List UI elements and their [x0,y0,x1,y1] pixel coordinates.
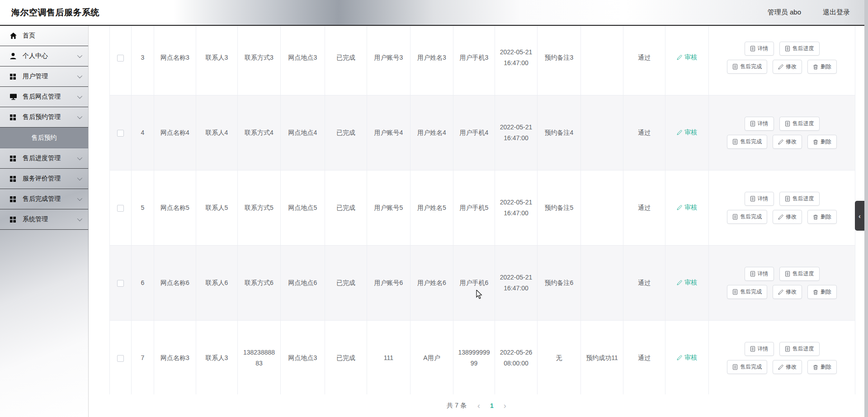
detail-button[interactable]: 详情 [745,267,774,281]
document-icon [750,121,755,127]
row-checkbox[interactable] [117,280,124,287]
edit-button[interactable]: 修改 [773,135,802,149]
cell-user-name: 用户姓名3 [410,26,453,95]
delete-icon [813,289,818,295]
button-label: 售后进度 [793,120,814,128]
sidebar-item-label: 个人中心 [23,52,48,60]
cell-audit-status: 通过 [623,95,665,171]
delete-button[interactable]: 删除 [807,60,837,74]
next-page-icon[interactable]: › [500,402,510,410]
document-icon [785,346,790,352]
complete-button[interactable]: 售后完成 [727,285,767,299]
cell-account: 用户账号4 [367,95,410,171]
button-label: 售后完成 [740,138,762,146]
cell-actions: 详情售后进度售后完成修改删除 [709,95,855,171]
detail-button[interactable]: 详情 [745,342,774,356]
progress-button[interactable]: 售后进度 [779,192,820,206]
row-checkbox[interactable] [117,355,124,362]
cell-checkbox [110,95,132,171]
sidebar-item[interactable]: 个人中心 [0,46,88,66]
audit-link-label: 审核 [684,202,697,213]
button-label: 删除 [821,288,831,296]
button-label: 删除 [821,363,831,371]
cell-account: 111 [367,321,410,395]
cell-audit: 审核 [665,26,709,95]
cell-time: 2022-05-21 16:47:00 [495,171,538,246]
audit-link[interactable]: 审核 [677,127,697,137]
edit-button[interactable]: 修改 [773,60,802,74]
complete-button[interactable]: 售后完成 [727,60,767,74]
current-user-label: 管理员 abo [768,8,801,17]
progress-button[interactable]: 售后进度 [779,117,820,131]
sidebar-item[interactable]: 售后预约管理 [0,107,88,128]
grid-icon [10,196,17,202]
delete-button[interactable]: 删除 [807,210,837,224]
button-label: 售后进度 [793,195,814,203]
complete-button[interactable]: 售后完成 [727,210,767,224]
sidebar-item[interactable]: 首页 [0,26,88,46]
cell-user-name: A用户 [410,321,453,395]
detail-button[interactable]: 详情 [745,42,774,56]
sidebar-item[interactable]: 售后网点管理 [0,87,88,107]
cell-remark: 预约备注3 [538,26,581,95]
progress-button[interactable]: 售后进度 [779,42,820,56]
cell-status: 已完成 [325,246,367,321]
delete-button[interactable]: 删除 [807,135,837,149]
panel-collapse-button[interactable]: ‹ [855,201,864,231]
audit-link[interactable]: 审核 [677,52,697,62]
sidebar-item[interactable]: 用户管理 [0,66,88,87]
button-label: 详情 [758,195,769,203]
sidebar-item-label: 用户管理 [23,72,48,81]
sidebar: 首页个人中心用户管理售后网点管理售后预约管理售后预约售后进度管理服务评价管理售后… [0,26,89,417]
audit-link[interactable]: 审核 [677,352,697,363]
page-number-current[interactable]: 1 [486,402,497,409]
document-icon [785,196,790,202]
sidebar-item[interactable]: 服务评价管理 [0,169,88,189]
audit-link-label: 审核 [684,127,697,137]
edit-button[interactable]: 修改 [773,360,802,374]
chevron-down-icon [77,216,82,221]
progress-button[interactable]: 售后进度 [779,342,820,356]
delete-button[interactable]: 删除 [807,285,837,299]
progress-button[interactable]: 售后进度 [779,267,820,281]
sidebar-item[interactable]: 售后进度管理 [0,148,88,169]
complete-button[interactable]: 售后完成 [727,360,767,374]
edit-button[interactable]: 修改 [773,285,802,299]
row-checkbox[interactable] [117,55,124,62]
cell-index: 6 [132,246,154,321]
cell-time: 2022-05-21 16:47:00 [495,95,538,171]
row-checkbox[interactable] [117,130,124,137]
document-icon [750,196,755,202]
chevron-down-icon [77,114,82,119]
sidebar-item[interactable]: 系统管理 [0,209,88,230]
audit-link[interactable]: 审核 [677,277,697,288]
button-label: 修改 [786,363,797,371]
row-checkbox[interactable] [117,205,124,212]
cell-phone: 用户手机5 [453,171,495,246]
cell-contact-method: 联系方式3 [238,26,281,95]
detail-button[interactable]: 详情 [745,117,774,131]
cell-contact: 联系人6 [196,246,238,321]
delete-button[interactable]: 删除 [807,360,837,374]
cell-remark: 无 [538,321,581,395]
prev-page-icon[interactable]: ‹ [474,402,484,410]
monitor-icon [10,94,17,100]
detail-button[interactable]: 详情 [745,192,774,206]
button-label: 删除 [821,213,831,221]
sidebar-subitem-active[interactable]: 售后预约 [0,128,88,148]
button-label: 修改 [786,138,797,146]
edit-button[interactable]: 修改 [773,210,802,224]
logout-button[interactable]: 退出登录 [823,8,850,17]
cell-audit: 审核 [665,171,709,246]
delete-icon [813,64,818,70]
sidebar-item[interactable]: 售后完成管理 [0,189,88,209]
chevron-down-icon [77,53,82,58]
complete-button[interactable]: 售后完成 [727,135,767,149]
audit-link[interactable]: 审核 [677,202,697,213]
cell-actions: 详情售后进度售后完成修改删除 [709,246,855,321]
scrollbar-track[interactable] [864,0,868,417]
cell-address: 网点地点5 [281,171,325,246]
grid-icon [10,217,17,223]
delete-icon [813,365,818,370]
delete-icon [813,214,818,220]
